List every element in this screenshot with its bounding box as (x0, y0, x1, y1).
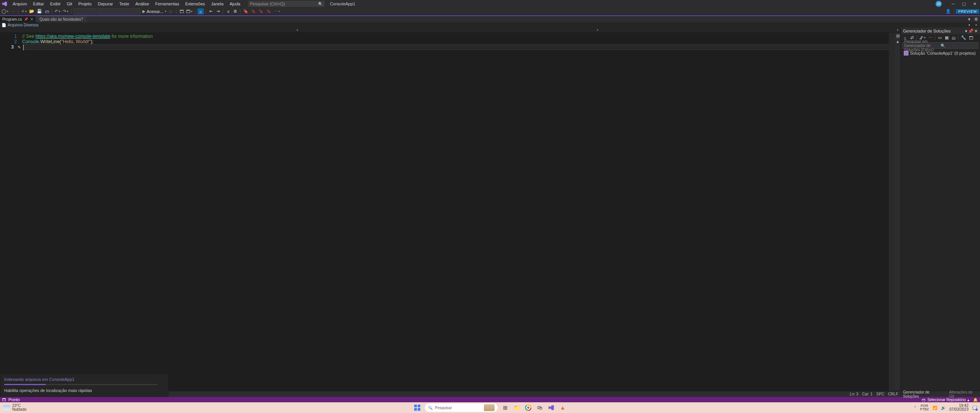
attach-button[interactable]: ▶ Anexar... (142, 8, 167, 15)
menu-analise[interactable]: Análise (132, 1, 152, 7)
notifications-icon[interactable]: 💬 (972, 406, 977, 410)
doc-options-icon[interactable]: ⚙ (973, 16, 979, 22)
tab-program-cs[interactable]: Program.cs 📌 ✕ (0, 16, 36, 22)
panel-pin-icon[interactable]: 📌 (968, 29, 973, 34)
weather-widget[interactable]: 23°C Nublado (3, 404, 26, 411)
separator (18, 9, 18, 14)
menu-git[interactable]: Git (64, 1, 75, 7)
debug-target-skip[interactable]: ▷ (168, 8, 174, 15)
tray-overflow-icon[interactable]: ˄ (914, 406, 916, 410)
redo-button[interactable]: ↷ (62, 8, 69, 15)
start-button[interactable] (413, 404, 421, 411)
menu-bar: Arquivo Editar Exibir Git Projeto Depura… (0, 0, 243, 7)
editor-nav-bar: ▾ ▾ ▾ (0, 28, 900, 33)
minimize-button[interactable]: ─ (948, 0, 959, 8)
vlc-icon[interactable]: ▲ (559, 404, 567, 411)
menu-editar[interactable]: Editar (30, 1, 47, 7)
live-share-button[interactable]: 👤 (945, 8, 952, 15)
bookmark-clear[interactable]: 🔖 (265, 8, 272, 15)
split-view-icon[interactable]: ▤ (896, 34, 900, 38)
maximize-button[interactable]: ▢ (959, 0, 969, 8)
store-icon[interactable]: 🛍 (536, 404, 544, 411)
notifications-icon[interactable]: 🔔 (973, 398, 978, 402)
nav-back-button[interactable]: ◯ (1, 8, 9, 15)
config-combo[interactable] (74, 8, 96, 15)
eol-mode[interactable]: CRLF (888, 392, 898, 396)
menu-arquivo[interactable]: Arquivo (10, 1, 30, 7)
browse-dropdown[interactable]: 🗔 (185, 8, 193, 15)
close-tab-icon[interactable]: ✕ (30, 17, 33, 21)
panel-close-icon[interactable]: ✕ (974, 29, 978, 34)
nav-seg-3[interactable]: ▾ (600, 28, 900, 33)
solution-search[interactable]: Pesquisar em Gerenciador de Soluções (Ct… (902, 42, 978, 49)
doc-dropdown-icon[interactable]: ▾ (966, 16, 972, 22)
bookmark-prev[interactable]: 🔖 (250, 8, 257, 15)
solution-explorer-title-bar[interactable]: Gerenciador de Soluções ▾ 📌 ✕ (901, 28, 980, 34)
language-indicator[interactable]: POR PTB2 (920, 404, 929, 411)
toggle-indent-button[interactable]: ⇤ (208, 8, 214, 15)
browse-button[interactable]: 🗔 (178, 8, 185, 15)
vertical-scrollbar[interactable] (889, 33, 895, 391)
tool-properties-icon[interactable]: 🗂 (951, 35, 957, 41)
status-tasks-icon[interactable]: 🗔 (2, 398, 6, 402)
nav-fwd-button[interactable]: → (10, 8, 16, 15)
cursor-line[interactable]: Ln: 3 (850, 392, 858, 396)
menu-extensoes[interactable]: Extensões (182, 1, 208, 7)
select-repo-button[interactable]: 🗃 Selecionar Repositório ▴ (922, 398, 969, 402)
wifi-icon[interactable]: 📶 (933, 406, 937, 410)
solution-tree[interactable]: Solução 'ConsoleApp1' (0 projetos) (901, 50, 980, 391)
tool-showall-icon[interactable]: ▦ (944, 35, 950, 41)
save-button[interactable]: 💾 (36, 8, 43, 15)
split-dropdown-icon[interactable]: ▾ (966, 22, 972, 28)
taskview-icon[interactable]: ⊞ (501, 404, 509, 411)
clock[interactable]: 19:42 07/03/2023 (949, 404, 969, 411)
side-tab-git[interactable]: Alterações do Git (949, 390, 978, 398)
bookmark-more[interactable]: ⋯ (273, 8, 281, 15)
chevron-up-icon[interactable]: ▲ (896, 39, 900, 44)
toggle-outdent-button[interactable]: ⇥ (215, 8, 221, 15)
nav-seg-2[interactable]: ▾ (300, 28, 600, 33)
bookmark-next[interactable]: 🔖 (258, 8, 265, 15)
menu-ajuda[interactable]: Ajuda (227, 1, 243, 7)
indent-mode[interactable]: SPC (876, 392, 884, 396)
find-in-files-button[interactable]: ⌕ (198, 8, 204, 15)
open-button[interactable]: 📂 (28, 8, 35, 15)
add-pane-icon[interactable]: ＋ (973, 22, 979, 28)
taskbar-search[interactable]: 🔍 Pesquisar (425, 403, 498, 412)
pin-icon[interactable]: 📌 (24, 18, 28, 21)
platform-combo[interactable] (98, 8, 140, 15)
vs-icon[interactable] (547, 404, 555, 411)
menu-exibir[interactable]: Exibir (47, 1, 64, 7)
toolbar-right: 👤 PREVIEW (945, 8, 979, 15)
whats-new-tab[interactable]: Quais são as Novidades? (36, 16, 87, 22)
menu-janela[interactable]: Janela (208, 1, 226, 7)
bookmark-button[interactable]: 🔖 (242, 8, 249, 15)
explorer-icon[interactable]: 📁 (513, 404, 521, 411)
menu-projeto[interactable]: Projeto (75, 1, 95, 7)
chrome-icon[interactable] (524, 404, 532, 411)
menu-ferramentas[interactable]: Ferramentas (152, 1, 182, 7)
close-button[interactable]: ✕ (969, 0, 980, 8)
code-editor[interactable]: 1 2 3 // See https://aka.ms/new-console-… (0, 33, 900, 391)
tool-preview-icon[interactable]: 🔧 (960, 35, 967, 41)
menu-teste[interactable]: Teste (116, 1, 132, 7)
new-item-button[interactable]: ✧ (20, 8, 28, 15)
global-search[interactable]: Pesquisar (Ctrl+Q) 🔍 (248, 1, 325, 7)
code-link[interactable]: https://aka.ms/new-console-template (36, 34, 110, 39)
file-context-label: Arquivos Diversos (8, 23, 39, 27)
menu-depurar[interactable]: Depurar (95, 1, 116, 7)
volume-icon[interactable]: 🔊 (941, 406, 946, 410)
nav-seg-1[interactable]: ▾ (0, 28, 300, 33)
save-all-button[interactable]: 🗃 (44, 8, 50, 15)
side-tab-solution[interactable]: Gerenciador de Soluções (903, 390, 945, 398)
cursor-col[interactable]: Car: 1 (862, 392, 872, 396)
user-avatar[interactable]: JS (936, 1, 942, 7)
tool-view-icon[interactable]: 🗔 (968, 35, 974, 41)
solution-node[interactable]: Solução 'ConsoleApp1' (0 projetos) (902, 50, 979, 56)
code-body[interactable]: // See https://aka.ms/new-console-templa… (22, 33, 889, 391)
uncomment-button[interactable]: ≣ (232, 8, 238, 15)
undo-button[interactable]: ↶ (54, 8, 61, 15)
panel-dropdown-icon[interactable]: ▾ (965, 29, 967, 34)
comment-button[interactable]: ≡ (225, 8, 231, 15)
preview-badge[interactable]: PREVIEW (956, 9, 979, 14)
